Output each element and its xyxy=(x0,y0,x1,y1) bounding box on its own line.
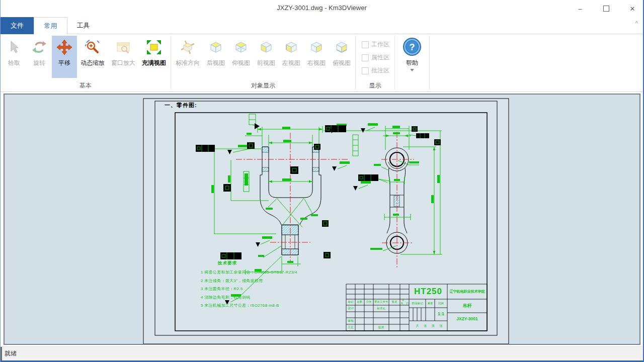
dynamic-zoom-icon xyxy=(84,39,101,56)
left-view-cube-icon xyxy=(283,39,300,56)
title-block-scale-value: 1:1 xyxy=(435,308,447,321)
ribbon-group-display: 工作区 属性区 批注区 显示 xyxy=(356,34,394,92)
minimize-button[interactable]: – xyxy=(575,3,586,14)
tech-requirement-item: 5 未注机械加工尺寸公差：ISO2768-m8-B xyxy=(201,302,297,310)
fit-view-button[interactable]: 充满视图 xyxy=(138,36,170,78)
group-label-basic: 基本 xyxy=(1,81,171,92)
sheet-section-title: 一、零件图: xyxy=(165,102,197,109)
right-view-button[interactable]: 右视图 xyxy=(304,36,329,78)
help-dropdown-icon xyxy=(410,69,414,71)
title-block-label-signature: 签名 xyxy=(389,299,400,305)
title-block-drawing-number: JXZY-3001 xyxy=(447,313,487,325)
checkbox-icon xyxy=(362,41,369,48)
checkbox-icon xyxy=(362,54,369,61)
tech-requirement-item: 3 未注圆角半径：R2.5 xyxy=(201,285,297,294)
rotate-icon xyxy=(31,39,48,56)
cursor-icon xyxy=(6,39,23,56)
app-window: JXZY-3001.dwg - Km3DViewer – ✕ 文件 常用 工具 … xyxy=(0,0,644,362)
standard-orientation-icon xyxy=(179,39,196,56)
status-text: 就绪 xyxy=(5,349,17,358)
back-view-cube-icon xyxy=(207,39,224,56)
svg-text:?: ? xyxy=(410,42,415,52)
close-button[interactable]: ✕ xyxy=(627,3,638,14)
window-zoom-icon xyxy=(115,39,132,56)
maximize-icon xyxy=(603,6,609,12)
tech-requirement-item: 2 未注倾角：最大3°，倾角拔模用 xyxy=(201,277,297,286)
title-block-label-mark: 标记 xyxy=(346,299,355,305)
annotation-checkbox[interactable]: 批注区 xyxy=(362,66,389,75)
title-block-label-sheets: 共 张 第 张 xyxy=(409,321,451,331)
pick-button[interactable]: 拾取 xyxy=(2,36,27,78)
front-view-button[interactable]: 前视图 xyxy=(254,36,279,78)
title-block-label-review: 审核 xyxy=(346,318,355,324)
status-bar: 就绪 xyxy=(1,346,643,360)
title-block-label-zone: 分区 xyxy=(364,299,373,305)
bottom-view-cube-icon xyxy=(232,39,250,56)
rotate-button[interactable]: 旋转 xyxy=(27,36,52,78)
maximize-button[interactable] xyxy=(601,3,612,14)
collapse-ribbon-icon[interactable]: ^ xyxy=(635,20,638,26)
title-block-label-weight: 重量 xyxy=(426,299,435,308)
window-zoom-button[interactable]: 窗口放大 xyxy=(108,36,138,78)
back-view-button[interactable]: 后视图 xyxy=(203,36,228,78)
title-block-label-stage-mark: 阶段标记 xyxy=(409,299,426,308)
tech-requirements-list: 1 铸造公差和加工余量符合：DIN685-GTB17-RZ3/4 2 未注倾角：… xyxy=(201,268,297,310)
ribbon: 拾取 旋转 xyxy=(1,34,643,92)
title-block-label-count: 处数 xyxy=(355,299,364,305)
bottom-view-button[interactable]: 仰视图 xyxy=(228,36,254,78)
title-block-label-change-file: 更改文件号 xyxy=(373,299,389,305)
properties-checkbox[interactable]: 属性区 xyxy=(362,53,389,62)
title-block-label-standardization: 标准化 xyxy=(373,305,389,312)
right-view-cube-icon xyxy=(308,39,325,56)
tech-requirement-item: 1 铸造公差和加工余量符合：DIN685-GTB17-RZ3/4 xyxy=(201,268,297,277)
title-block-part-name: 吊杆 xyxy=(447,299,487,313)
pan-button[interactable]: 平移 xyxy=(52,36,77,78)
help-icon: ? xyxy=(402,37,422,57)
ribbon-group-views: 标准方向 后视图 xyxy=(171,34,355,92)
title-block-label-design: 设计 xyxy=(346,305,355,312)
ribbon-group-basic: 拾取 旋转 xyxy=(1,34,171,92)
cad-drawing xyxy=(5,95,639,344)
ribbon-tab-bar: 文件 常用 工具 xyxy=(1,17,643,34)
group-label-views: 对象显示 xyxy=(171,81,355,92)
top-view-button[interactable]: 俯视图 xyxy=(329,36,354,78)
top-view-cube-icon xyxy=(333,39,350,56)
tech-requirements-title: 技术要求 xyxy=(218,260,237,266)
title-block-material: HT250 xyxy=(409,284,447,299)
window-title: JXZY-3001.dwg - Km3DViewer xyxy=(1,4,643,12)
front-view-cube-icon xyxy=(258,39,275,56)
standard-orientation-button[interactable]: 标准方向 xyxy=(172,36,203,78)
title-block-label-process: 工艺 xyxy=(346,324,355,331)
tab-common[interactable]: 常用 xyxy=(34,17,67,35)
workspace-checkbox[interactable]: 工作区 xyxy=(362,40,389,49)
title-block-label-scale: 比例 xyxy=(435,299,447,308)
title-block-organization: 辽宁机电职业技术学院 xyxy=(447,284,487,299)
left-view-button[interactable]: 左视图 xyxy=(279,36,304,78)
title-bar: JXZY-3001.dwg - Km3DViewer – ✕ xyxy=(1,0,643,17)
dynamic-zoom-button[interactable]: 动态缩放 xyxy=(77,36,108,78)
group-label-display: 显示 xyxy=(356,81,394,92)
pan-icon xyxy=(56,39,73,56)
tab-file[interactable]: 文件 xyxy=(1,17,34,34)
title-block-label-date: 年、月、日 xyxy=(400,299,409,305)
help-button[interactable]: ? 帮助 xyxy=(395,34,429,92)
checkbox-icon xyxy=(362,67,369,74)
tab-tools[interactable]: 工具 xyxy=(67,17,99,34)
cad-viewport[interactable]: 一、零件图: 技术要求 1 铸造公差和加工余量符合：DIN685-GTB17-R… xyxy=(4,94,640,345)
title-block-label-approve: 批准 xyxy=(373,324,389,331)
fit-view-icon xyxy=(145,39,163,56)
tech-requirement-item: 4 清除边角毛刺，锐角倒钝 xyxy=(201,294,297,302)
ribbon-separator xyxy=(429,36,430,89)
